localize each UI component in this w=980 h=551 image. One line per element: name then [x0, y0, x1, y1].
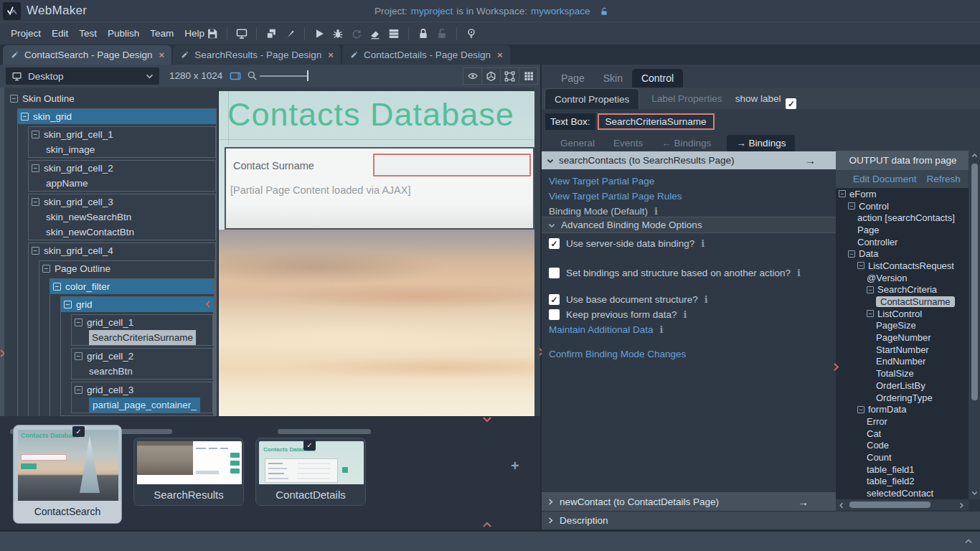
- lock-icon-button[interactable]: [414, 24, 433, 43]
- chevron-right-icon[interactable]: [548, 517, 553, 524]
- unlock-icon-button[interactable]: [433, 24, 451, 43]
- skin-node-skin_newcontactbtn[interactable]: skin_newContactBtn: [29, 225, 215, 240]
- collapse-icon[interactable]: −: [32, 247, 39, 255]
- output-node-orderingtype[interactable]: OrderingType: [836, 392, 969, 404]
- collapse-icon[interactable]: −: [857, 406, 864, 413]
- collapse-preview-icon[interactable]: [482, 416, 492, 423]
- tab-searchresults[interactable]: SearchResults - Page Design×: [173, 45, 341, 65]
- search-form-panel[interactable]: Contact Surname [Partial Page Content lo…: [225, 147, 534, 230]
- run-icon-button[interactable]: [310, 24, 329, 43]
- menu-help[interactable]: Help: [184, 28, 204, 39]
- output-node-cat[interactable]: Cat: [836, 428, 969, 440]
- skin-node-grid_cell_2[interactable]: −grid_cell_2: [72, 349, 212, 364]
- output-node-listcontrol[interactable]: −ListControl: [836, 308, 969, 320]
- grid-icon-button[interactable]: [519, 67, 538, 85]
- tablet-icon[interactable]: [229, 70, 242, 83]
- menu-team[interactable]: Team: [150, 28, 174, 39]
- view-target-partial-page-link[interactable]: View Target Partial Page: [549, 176, 654, 187]
- menu-project[interactable]: Project: [11, 28, 41, 39]
- output-node-searchcriteria[interactable]: −SearchCriteria: [836, 284, 969, 296]
- skin-node-skin_grid[interactable]: −skin_grid: [18, 109, 216, 124]
- view-target-partial-page-rules-link[interactable]: View Target Partial Page Rules: [549, 191, 682, 202]
- collapse-icon[interactable]: −: [848, 202, 855, 209]
- chevron-down-icon[interactable]: [548, 222, 555, 228]
- output-node--version[interactable]: @Version: [836, 272, 969, 284]
- output-vertical-scrollbar[interactable]: [969, 151, 980, 499]
- refresh-link[interactable]: Refresh: [927, 174, 961, 184]
- control-name-value[interactable]: SearchCriteriaSurname: [598, 113, 715, 130]
- output-node-selectedcontact[interactable]: selectedContact: [836, 487, 969, 499]
- unlock-icon[interactable]: [599, 6, 609, 17]
- skin-node-skin-outline[interactable]: −Skin Outline: [7, 91, 217, 106]
- tab-label-properties[interactable]: Label Properties: [651, 88, 722, 109]
- skin-node-grid_cell_3[interactable]: −grid_cell_3: [72, 382, 212, 397]
- brush-icon-button[interactable]: [281, 24, 299, 43]
- cube-icon-button[interactable]: [481, 67, 501, 85]
- server-icon-button[interactable]: [385, 24, 403, 43]
- close-icon[interactable]: ×: [159, 50, 165, 60]
- collapse-icon[interactable]: −: [857, 262, 864, 269]
- collapse-tree-chevron-icon[interactable]: [205, 300, 211, 309]
- output-node-table-field1[interactable]: table_field1: [836, 463, 969, 476]
- skin-node-partial_page_container_[interactable]: partial_page_container_: [72, 397, 212, 413]
- output-node-totalsize[interactable]: TotalSize: [836, 367, 969, 380]
- subtab-input-bindings[interactable]: ← Bindings: [661, 135, 711, 151]
- scrollbar-thumb[interactable]: [971, 164, 978, 400]
- collapse-icon[interactable]: −: [75, 386, 83, 394]
- frame-icon-button[interactable]: [500, 67, 519, 85]
- output-node-listcontactsrequest[interactable]: −ListContactsRequest: [836, 260, 969, 272]
- output-node-error[interactable]: Error: [836, 415, 969, 428]
- skin-node-skin_grid_cell_3[interactable]: −skin_grid_cell_3: [29, 194, 215, 209]
- menu-test[interactable]: Test: [79, 28, 97, 39]
- show-label-checkbox[interactable]: ✓: [786, 98, 796, 109]
- output-node-table-field2[interactable]: table_field2: [836, 476, 969, 488]
- add-page-button[interactable]: +: [511, 458, 519, 474]
- output-node-pagenumber[interactable]: PageNumber: [836, 331, 969, 344]
- scroll-up-icon[interactable]: [971, 153, 978, 158]
- output-node-endnumber[interactable]: EndNumber: [836, 356, 969, 368]
- page-design-canvas[interactable]: Contacts Database Contact Surname [Parti…: [219, 88, 542, 416]
- collapse-icon[interactable]: −: [848, 250, 855, 258]
- pages-icon-button[interactable]: [262, 24, 281, 43]
- partial-page-placeholder[interactable]: [Partial Page Content loaded via AJAX]: [230, 184, 411, 196]
- tab-contactsearch[interactable]: ContactSearch - Page Design×: [3, 45, 171, 65]
- hint-icon-button[interactable]: [462, 24, 481, 43]
- checkbox-checked[interactable]: ✓: [549, 238, 560, 249]
- search-criteria-surname-input[interactable]: [373, 154, 531, 176]
- output-node-contactsurname[interactable]: ContactSurname: [836, 296, 969, 308]
- output-node-eform[interactable]: −eForm: [836, 188, 969, 200]
- menu-publish[interactable]: Publish: [108, 28, 139, 39]
- search-contacts-action-header[interactable]: searchContacts (to SearchResults Page) →: [542, 151, 836, 169]
- save-icon-button[interactable]: [203, 24, 222, 43]
- zoom-slider-handle[interactable]: [307, 70, 308, 81]
- page-thumbnail-contactdetails[interactable]: Contacts Database ✓ ContactDetails: [255, 438, 366, 506]
- collapse-icon[interactable]: −: [64, 301, 72, 309]
- thumbnail-scroll-track[interactable]: [278, 429, 371, 434]
- chevron-down-icon[interactable]: [547, 158, 554, 164]
- description-section-header[interactable]: Description: [542, 511, 980, 529]
- collapse-icon[interactable]: −: [839, 190, 846, 197]
- collapse-icon[interactable]: −: [32, 198, 39, 206]
- collapse-icon[interactable]: −: [75, 319, 83, 326]
- skin-node-appname[interactable]: appName: [29, 176, 215, 191]
- skin-node-grid_cell_1[interactable]: −grid_cell_1: [72, 315, 212, 330]
- zoom-slider[interactable]: [260, 75, 307, 77]
- info-icon[interactable]: i: [660, 324, 664, 335]
- output-node-startnumber[interactable]: StartNumber: [836, 344, 969, 356]
- output-node-pagesize[interactable]: PageSize: [836, 320, 969, 332]
- collapse-icon[interactable]: −: [867, 310, 874, 317]
- skin-node-page-outline[interactable]: −Page Outline: [39, 261, 215, 276]
- output-node-action-searchcontacts-[interactable]: action [searchContacts]: [836, 212, 969, 224]
- info-icon[interactable]: i: [654, 206, 658, 217]
- scroll-down-icon[interactable]: [971, 491, 978, 496]
- output-node-data[interactable]: −Data: [836, 248, 969, 260]
- monitor-icon-button[interactable]: [232, 24, 251, 43]
- skin-node-grid[interactable]: −grid: [61, 297, 213, 312]
- confirm-binding-mode-changes-link[interactable]: Confirm Binding Mode Changes: [549, 349, 686, 359]
- checkbox-unchecked[interactable]: [549, 309, 560, 320]
- checkbox-unchecked[interactable]: [549, 268, 560, 278]
- collapse-icon[interactable]: −: [21, 113, 29, 121]
- skin-node-skin_newsearchbtn[interactable]: skin_newSearchBtn: [29, 209, 215, 225]
- page-thumbnail-contactsearch[interactable]: Contacts Database ✓ ContactSearch: [13, 425, 122, 524]
- subtab-general[interactable]: General: [560, 135, 595, 151]
